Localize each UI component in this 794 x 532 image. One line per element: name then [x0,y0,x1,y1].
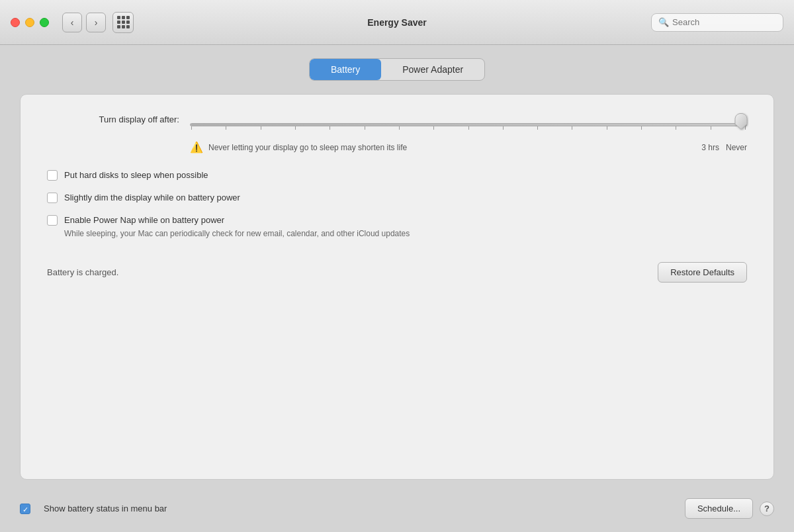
search-box[interactable]: 🔍 [651,13,783,32]
slider-track [190,123,747,126]
settings-panel: Turn display off after: [20,94,774,480]
checkbox-label-dim-display: Slightly dim the display while on batter… [64,192,240,204]
search-icon: 🔍 [658,17,669,27]
tick [433,126,434,130]
close-button[interactable] [11,18,20,27]
warning-row: ⚠️ Never letting your display go to slee… [190,141,747,154]
tick [330,126,330,130]
schedule-button[interactable]: Schedule... [685,498,753,519]
bottom-bar: Battery is charged. Restore Defaults [47,249,747,283]
checkbox-dim-display[interactable] [47,193,58,203]
slider-ticks [190,126,747,130]
window-title: Energy Saver [367,17,427,28]
main-content: Battery Power Adapter Turn display off a… [0,45,794,532]
tick [295,126,296,130]
warning-text: Never letting your display go to sleep m… [208,143,691,152]
footer-row: Show battery status in menu bar Schedule… [20,490,774,519]
search-input[interactable] [672,17,776,27]
checkbox-row-dim-display: Slightly dim the display while on batter… [47,192,747,204]
tab-group: Battery Power Adapter [309,58,485,81]
tick [503,126,504,130]
slider-right-col: ⚠️ Never letting your display go to slee… [190,114,747,154]
checkbox-row-hard-disks: Put hard disks to sleep when possible [47,169,747,181]
checkbox-power-nap[interactable] [47,215,58,226]
footer-right: Schedule... ? [685,498,774,519]
forward-button[interactable]: › [86,13,106,32]
checkbox-hard-disks[interactable] [47,170,58,181]
grid-view-button[interactable] [112,12,134,33]
warning-icon: ⚠️ [190,141,203,154]
tick [468,126,469,130]
tick [676,126,676,130]
checkbox-label-hard-disks: Put hard disks to sleep when possible [64,169,208,181]
checkbox-label-power-nap: Enable Power Nap while on battery power … [64,214,410,238]
tab-battery[interactable]: Battery [310,59,381,80]
help-button[interactable]: ? [760,502,774,516]
checkbox-section: Put hard disks to sleep when possible Sl… [47,169,747,238]
window-controls [11,18,49,27]
tick [226,126,226,130]
tick [261,126,261,130]
display-slider-section: Turn display off after: [47,114,747,154]
checkbox-show-battery[interactable] [20,504,30,514]
tab-container: Battery Power Adapter [20,58,774,81]
slider-label: Turn display off after: [47,114,179,124]
restore-defaults-button[interactable]: Restore Defaults [658,262,747,283]
label-never: Never [726,143,747,152]
tick [399,126,400,130]
maximize-button[interactable] [40,18,49,27]
slider-track-wrapper[interactable] [190,114,747,134]
checkbox-row-power-nap: Enable Power Nap while on battery power … [47,214,747,238]
show-battery-row: Show battery status in menu bar [20,504,167,514]
tick [537,126,538,130]
nav-buttons: ‹ › [62,13,106,32]
tab-power-adapter[interactable]: Power Adapter [381,59,484,80]
minimize-button[interactable] [25,18,34,27]
show-battery-label: Show battery status in menu bar [44,504,167,513]
tick [572,126,572,130]
tick [641,126,642,130]
tick [607,126,607,130]
battery-status: Battery is charged. [47,267,118,277]
tick [365,126,365,130]
slider-thumb[interactable] [734,112,748,133]
tick [191,126,192,130]
titlebar: ‹ › Energy Saver 🔍 [0,0,794,45]
back-button[interactable]: ‹ [62,13,82,32]
tick [711,126,711,130]
grid-icon [117,16,130,28]
label-3hrs: 3 hrs [701,143,719,152]
